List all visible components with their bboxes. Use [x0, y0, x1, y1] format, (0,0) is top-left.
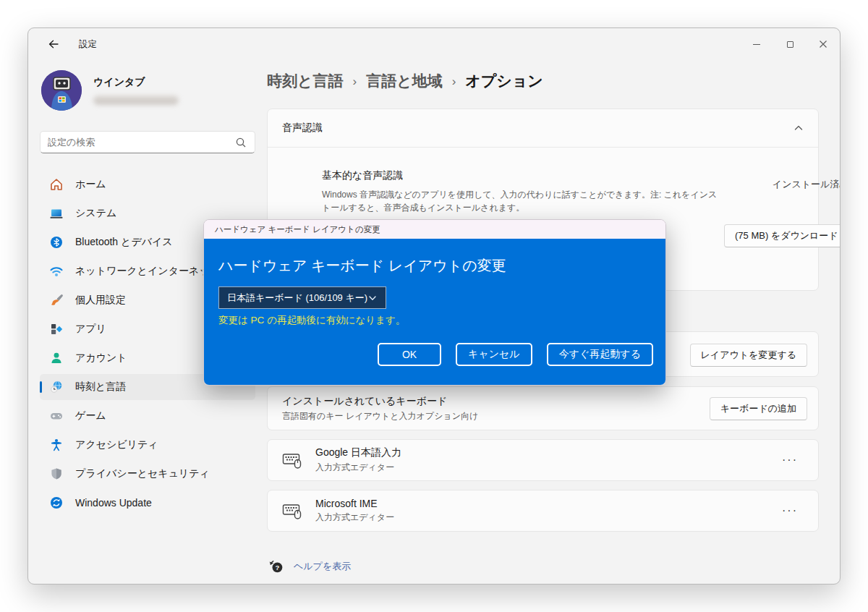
- svg-text:?: ?: [275, 564, 279, 571]
- installed-keyboards-title: インストールされているキーボード: [282, 395, 478, 408]
- back-arrow-icon: [48, 38, 59, 50]
- help-icon: ?: [268, 558, 284, 574]
- close-button[interactable]: [807, 28, 840, 60]
- settings-window: 設定: [27, 27, 841, 585]
- sidebar-item-label: システム: [75, 207, 116, 220]
- sidebar-item-label: ネットワークとインターネット: [75, 265, 220, 278]
- show-help-link[interactable]: ヘルプを表示: [294, 560, 351, 573]
- keyboard-name: Google 日本語入力: [315, 446, 401, 459]
- sidebar-item-label: アプリ: [75, 323, 106, 336]
- search-input[interactable]: [48, 137, 234, 148]
- help-row: ? ヘルプを表示: [267, 558, 819, 574]
- sidebar-item-label: 個人用設定: [75, 294, 126, 307]
- accounts-icon: [49, 351, 64, 365]
- minimize-button[interactable]: [740, 28, 773, 60]
- change-layout-button[interactable]: レイアウトを変更する: [690, 344, 807, 367]
- user-name: ウインタブ: [93, 76, 179, 89]
- breadcrumb-separator: ›: [353, 73, 357, 89]
- sidebar-item-label: プライバシーとセキュリティ: [75, 467, 210, 480]
- sidebar-item-accessibility[interactable]: アクセシビリティ: [40, 432, 255, 458]
- privacy-icon: [49, 467, 64, 481]
- dropdown-selected-value: 日本語キーボード (106/109 キー): [227, 292, 367, 305]
- app-title: 設定: [79, 38, 97, 51]
- restart-now-button[interactable]: 今すぐ再起動する: [547, 343, 653, 366]
- sidebar-item-label: アカウント: [75, 352, 127, 365]
- sidebar-item-label: Windows Update: [75, 497, 152, 509]
- windows-update-icon: [49, 496, 64, 510]
- download-button[interactable]: (75 MB) をダウンロード: [724, 224, 841, 247]
- add-keyboard-button[interactable]: キーボードの追加: [710, 397, 807, 420]
- accessibility-icon: [49, 438, 64, 452]
- sidebar-item-label: アクセシビリティ: [75, 438, 158, 451]
- keyboard-ime-icon: [282, 502, 302, 519]
- time-language-icon: [49, 380, 64, 394]
- sidebar-item-label: 時刻と言語: [75, 381, 126, 394]
- maximize-button[interactable]: [773, 28, 807, 60]
- sidebar-item-privacy-security[interactable]: プライバシーとセキュリティ: [40, 461, 255, 487]
- apps-icon: [49, 322, 64, 336]
- dialog-body: ハードウェア キーボード レイアウトの変更 日本語キーボード (106/109 …: [204, 239, 665, 385]
- installed-keyboards-desc: 言語固有のキー レイアウトと入力オプション向け: [282, 410, 478, 422]
- bluetooth-icon: [49, 235, 64, 250]
- sidebar-item-label: ホーム: [75, 178, 106, 191]
- sidebar-item-label: ゲーム: [75, 409, 106, 422]
- personalization-icon: [49, 293, 64, 307]
- back-button[interactable]: [43, 33, 64, 55]
- basic-speech-desc: Windows 音声認識などのアプリを使用して、入力の代わりに話すことができます…: [322, 188, 724, 214]
- ok-button[interactable]: OK: [378, 343, 441, 366]
- more-options-button[interactable]: ···: [776, 501, 804, 520]
- breadcrumb-language-region[interactable]: 言語と地域: [366, 71, 443, 91]
- chevron-up-icon[interactable]: [793, 123, 804, 133]
- installed-status: インストール済み: [773, 178, 841, 191]
- system-icon: [49, 206, 64, 221]
- cancel-button[interactable]: キャンセル: [456, 343, 532, 366]
- dialog-titlebar: ハードウェア キーボード レイアウトの変更: [204, 220, 665, 239]
- keyboard-type: 入力方式エディター: [315, 511, 394, 524]
- breadcrumb-time-language[interactable]: 時刻と言語: [267, 71, 344, 91]
- sidebar-item-gaming[interactable]: ゲーム: [40, 403, 255, 429]
- search-icon: [234, 136, 247, 149]
- chevron-down-icon: [367, 293, 378, 303]
- keyboard-row-google-ime: Google 日本語入力 入力方式エディター ···: [267, 439, 819, 481]
- user-profile[interactable]: ウインタブ: [40, 70, 255, 111]
- breadcrumb-separator: ›: [452, 73, 456, 89]
- avatar: [41, 70, 82, 111]
- restart-note: 変更は PC の再起動後に有効になります。: [218, 314, 651, 327]
- gaming-icon: [49, 409, 64, 423]
- dialog-heading: ハードウェア キーボード レイアウトの変更: [218, 239, 651, 276]
- keyboard-ime-icon: [282, 451, 302, 469]
- titlebar: 設定: [28, 28, 840, 60]
- breadcrumb: 時刻と言語 › 言語と地域 › オプション: [267, 71, 819, 91]
- sidebar-item-home[interactable]: ホーム: [40, 171, 255, 197]
- keyboard-name: Microsoft IME: [315, 498, 394, 509]
- network-icon: [49, 264, 64, 279]
- home-icon: [49, 177, 64, 192]
- basic-speech-title: 基本的な音声認識: [322, 169, 724, 182]
- keyboard-layout-dropdown[interactable]: 日本語キーボード (106/109 キー): [218, 286, 386, 309]
- speech-recognition-header[interactable]: 音声認識: [268, 109, 818, 148]
- settings-search-box[interactable]: [40, 131, 255, 153]
- sidebar-item-label: Bluetooth とデバイス: [75, 236, 173, 249]
- maximize-icon: [787, 41, 793, 48]
- keyboard-type: 入力方式エディター: [315, 462, 401, 474]
- page-title: オプション: [465, 71, 542, 91]
- sidebar-item-windows-update[interactable]: Windows Update: [40, 490, 255, 516]
- user-email-blurred: [93, 95, 179, 105]
- keyboard-row-microsoft-ime: Microsoft IME 入力方式エディター ···: [267, 490, 819, 532]
- more-options-button[interactable]: ···: [776, 451, 804, 469]
- minimize-icon: [753, 44, 760, 45]
- installed-keyboards-card: インストールされているキーボード 言語固有のキー レイアウトと入力オプション向け…: [267, 386, 819, 430]
- hardware-keyboard-dialog: ハードウェア キーボード レイアウトの変更 ハードウェア キーボード レイアウト…: [203, 219, 666, 386]
- close-icon: [819, 40, 827, 48]
- speech-section-title: 音声認識: [282, 122, 323, 135]
